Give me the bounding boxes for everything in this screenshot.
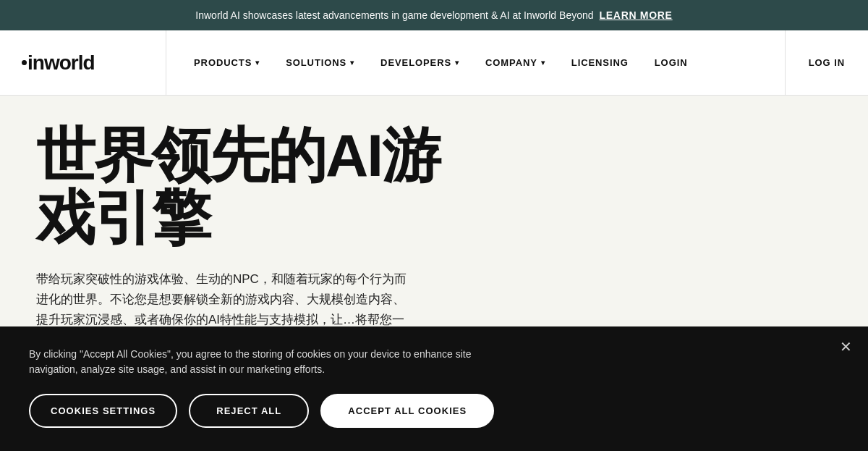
nav-cta-button[interactable]: LOG IN (785, 30, 868, 95)
nav-item-solutions[interactable]: SOLUTIONS ▾ (273, 30, 367, 95)
nav-licensing-label: LICENSING (571, 57, 629, 68)
nav-item-company[interactable]: COMPANY ▾ (472, 30, 558, 95)
nav-company-label: COMPANY (485, 57, 537, 68)
nav-cta-label: LOG IN (809, 57, 845, 68)
logo[interactable]: inworld (22, 51, 95, 75)
nav-login-label: LOGIN (655, 57, 688, 68)
logo-area: inworld (0, 30, 166, 95)
hero-title: 世界领先的AI游戏引擎 (36, 125, 470, 249)
nav-item-developers[interactable]: DEVELOPERS ▾ (367, 30, 472, 95)
nav-developers-label: DEVELOPERS (380, 57, 451, 68)
nav-item-login[interactable]: LOGIN (642, 30, 701, 95)
chevron-down-icon: ▾ (541, 59, 545, 67)
navbar: inworld PRODUCTS ▾ SOLUTIONS ▾ DEVELOPER… (0, 30, 868, 96)
chevron-down-icon: ▾ (255, 59, 260, 67)
banner-text: Inworld AI showcases latest advancements… (195, 9, 593, 21)
nav-solutions-label: SOLUTIONS (286, 57, 346, 68)
chevron-down-icon: ▾ (455, 59, 459, 67)
nav-item-licensing[interactable]: LICENSING (558, 30, 642, 95)
banner-link[interactable]: LEARN MORE (600, 9, 673, 21)
chevron-down-icon: ▾ (350, 59, 354, 67)
cookie-banner: ✕ By clicking "Accept All Cookies", you … (0, 326, 868, 380)
nav-right: LOG IN (785, 30, 868, 95)
nav-products-label: PRODUCTS (194, 57, 252, 68)
cookie-close-button[interactable]: ✕ (840, 340, 852, 354)
logo-dot (22, 60, 27, 65)
nav-item-products[interactable]: PRODUCTS ▾ (181, 30, 273, 95)
cookie-text: By clicking "Accept All Cookies", you ag… (29, 347, 506, 378)
top-banner: Inworld AI showcases latest advancements… (0, 0, 868, 30)
nav-links: PRODUCTS ▾ SOLUTIONS ▾ DEVELOPERS ▾ COMP… (166, 30, 785, 95)
